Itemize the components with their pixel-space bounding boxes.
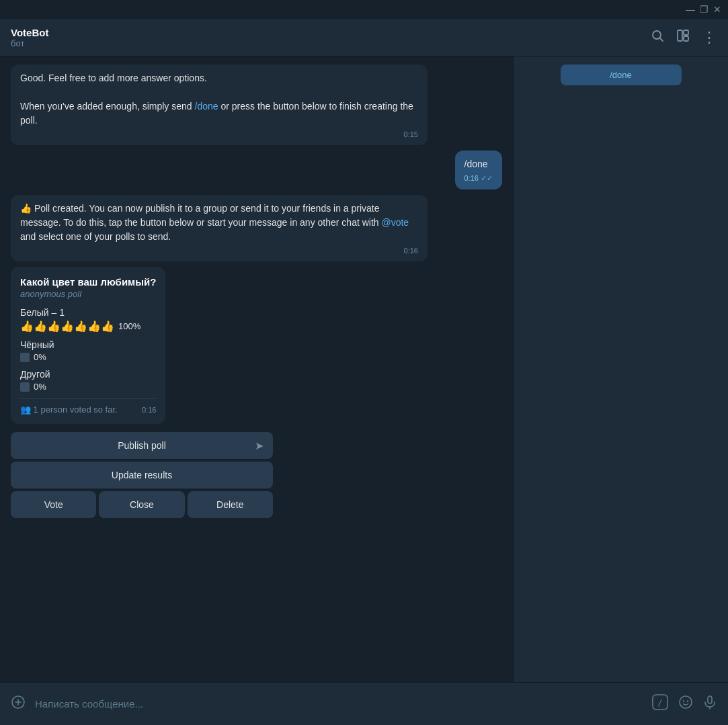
publish-poll-button[interactable]: Publish poll ➤: [11, 432, 273, 459]
emoji-icon[interactable]: [678, 695, 693, 713]
chat-info: VoteBot бот: [11, 27, 48, 48]
done-link-1[interactable]: /done: [195, 101, 218, 112]
poll-btn-row: Vote Close Delete: [11, 491, 273, 518]
maximize-button[interactable]: ❐: [698, 4, 709, 15]
poll-title: Какой цвет ваш любимый?: [20, 276, 156, 288]
input-bar: /: [0, 682, 728, 725]
poll-option-name-1: Белый – 1: [20, 307, 156, 318]
more-icon[interactable]: ⋮: [702, 29, 717, 46]
svg-text:/: /: [657, 697, 663, 708]
close-button[interactable]: ✕: [712, 4, 723, 15]
poll-option-bar-2: 0%: [20, 352, 156, 362]
mic-icon[interactable]: [702, 695, 717, 713]
share-icon: ➤: [255, 439, 264, 452]
message-time-done: 0:16 ✓✓: [464, 174, 493, 183]
poll-subtitle: anonymous poll: [20, 289, 156, 299]
svg-rect-3: [684, 30, 688, 35]
message-text-done: /done: [464, 157, 493, 171]
main-layout: Good. Feel free to add more answer optio…: [0, 56, 728, 682]
update-results-button[interactable]: Update results: [11, 462, 273, 488]
poll-option-2: Чёрный 0%: [20, 339, 156, 362]
svg-rect-13: [708, 696, 712, 703]
message-text-2: 👍 Poll created. You can now publish it t…: [20, 202, 418, 244]
poll-zero-bar-3: [20, 382, 30, 392]
command-icon[interactable]: /: [651, 693, 669, 714]
poll-option-name-2: Чёрный: [20, 339, 156, 350]
message-text-1: Good. Feel free to add more answer optio…: [20, 71, 418, 128]
attach-icon[interactable]: [11, 695, 26, 713]
chat-area: Good. Feel free to add more answer optio…: [0, 56, 513, 682]
close-poll-button[interactable]: Close: [99, 491, 184, 518]
delete-poll-button[interactable]: Delete: [188, 491, 273, 518]
poll-option-name-3: Другой: [20, 369, 156, 380]
right-panel-done-button[interactable]: /done: [561, 65, 682, 85]
double-check-icon: ✓✓: [481, 174, 493, 182]
publish-poll-label: Publish poll: [118, 440, 166, 451]
poll-zero-bar-2: [20, 353, 30, 362]
header-actions: ⋮: [651, 29, 717, 46]
svg-point-10: [680, 696, 692, 708]
message-input[interactable]: [35, 698, 642, 710]
poll-card-time: 0:16: [142, 406, 156, 414]
poll-actions: Publish poll ➤ Update results Vote Close…: [11, 432, 273, 518]
message-time-2: 0:16: [20, 247, 418, 255]
chat-name: VoteBot: [11, 27, 48, 38]
poll-option-bar-3: 0%: [20, 382, 156, 392]
poll-percent-3: 0%: [34, 382, 46, 392]
vote-button[interactable]: Vote: [11, 491, 96, 518]
update-results-label: Update results: [112, 470, 172, 480]
poll-percent-1: 100%: [118, 321, 140, 331]
input-right-icons: /: [651, 693, 717, 714]
poll-option-3: Другой 0%: [20, 369, 156, 392]
poll-footer: 👥 1 person voted so far. 0:16: [20, 398, 156, 415]
poll-card: Какой цвет ваш любимый? anonymous poll Б…: [11, 267, 165, 424]
message-time-1: 0:15: [20, 130, 418, 138]
poll-bar-emojis-1: 👍👍👍👍👍👍👍: [20, 320, 114, 333]
chat-status: бот: [11, 38, 48, 48]
poll-option-1: Белый – 1 👍👍👍👍👍👍👍 100%: [20, 307, 156, 333]
poll-percent-2: 0%: [34, 352, 46, 362]
vote-link[interactable]: @vote: [381, 217, 409, 228]
svg-point-11: [683, 700, 684, 701]
poll-votes: 👥 1 person voted so far.: [20, 404, 118, 415]
message-received-1: Good. Feel free to add more answer optio…: [11, 65, 428, 145]
svg-line-1: [660, 38, 663, 42]
message-received-2: 👍 Poll created. You can now publish it t…: [11, 195, 428, 261]
chat-header: VoteBot бот ⋮: [0, 19, 728, 56]
poll-option-bar-1: 👍👍👍👍👍👍👍 100%: [20, 320, 156, 333]
minimize-button[interactable]: —: [685, 4, 696, 15]
right-panel: /done: [513, 56, 728, 682]
search-icon[interactable]: [651, 29, 664, 46]
svg-point-12: [687, 700, 688, 701]
svg-rect-4: [684, 36, 688, 41]
titlebar: — ❐ ✕: [0, 0, 728, 19]
svg-rect-2: [678, 30, 682, 41]
message-sent-done: /done 0:16 ✓✓: [455, 151, 502, 189]
layout-icon[interactable]: [676, 29, 690, 46]
